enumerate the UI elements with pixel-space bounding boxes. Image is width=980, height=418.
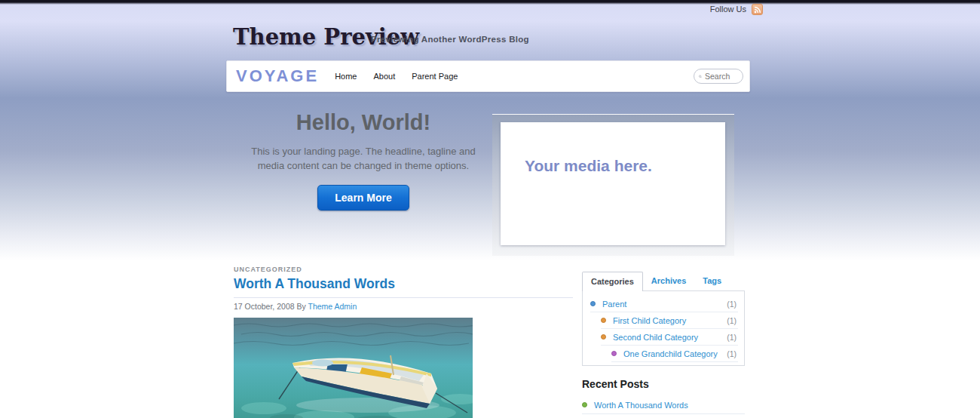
post-article: UNCATEGORIZED Worth A Thousand Words 17 … bbox=[234, 266, 573, 418]
search-box[interactable] bbox=[694, 69, 743, 84]
nav-links: Home About Parent Page bbox=[326, 67, 466, 85]
category-bullet-icon bbox=[601, 334, 606, 340]
category-bullet-icon bbox=[611, 351, 617, 356]
media-frame: Your media here. bbox=[492, 114, 734, 256]
nav-item-home[interactable]: Home bbox=[326, 67, 365, 85]
category-row: One Grandchild Category (1) bbox=[611, 346, 738, 362]
category-row: Parent (1) bbox=[590, 296, 738, 312]
list-item: Worth A Thousand Words bbox=[582, 396, 745, 414]
rss-icon[interactable] bbox=[752, 4, 763, 15]
category-row: First Child Category (1) bbox=[601, 312, 738, 329]
tab-archives[interactable]: Archives bbox=[643, 272, 694, 290]
recent-post-link[interactable]: Worth A Thousand Words bbox=[594, 401, 688, 410]
post-category-label[interactable]: UNCATEGORIZED bbox=[234, 266, 573, 273]
media-placeholder-box: Your media here. bbox=[501, 122, 725, 245]
category-link[interactable]: Parent bbox=[602, 300, 626, 309]
tab-tags[interactable]: Tags bbox=[694, 272, 730, 290]
post-image-boat[interactable] bbox=[234, 318, 473, 418]
category-count: (1) bbox=[727, 349, 738, 358]
learn-more-button[interactable]: Learn More bbox=[317, 185, 409, 211]
search-input[interactable] bbox=[705, 72, 738, 81]
category-link[interactable]: One Grandchild Category bbox=[623, 349, 718, 358]
search-icon bbox=[699, 72, 702, 81]
category-row: Second Child Category (1) bbox=[601, 329, 738, 346]
nav-item-parent-page[interactable]: Parent Page bbox=[403, 67, 466, 85]
category-bullet-icon bbox=[601, 318, 606, 323]
nav-item-about[interactable]: About bbox=[365, 67, 403, 85]
post-date: 17 October, 2008 By bbox=[234, 302, 308, 311]
recent-posts-widget: Recent Posts Worth A Thousand Words bbox=[582, 378, 745, 414]
sidebar-widget-tabs: Categories Archives Tags Parent (1) Firs… bbox=[582, 272, 745, 366]
category-bullet-icon bbox=[590, 301, 596, 306]
category-count: (1) bbox=[727, 333, 738, 342]
hero-section: Hello, World! This is your landing page.… bbox=[250, 110, 476, 211]
category-link[interactable]: First Child Category bbox=[613, 316, 686, 325]
rss-icon-glyph bbox=[754, 6, 761, 14]
post-author-link[interactable]: Theme Admin bbox=[308, 302, 357, 311]
top-bar: Follow Us bbox=[0, 0, 980, 18]
post-meta: 17 October, 2008 By Theme Admin bbox=[234, 302, 573, 311]
site-tagline: Previewing Another WordPress Blog bbox=[371, 35, 529, 44]
categories-panel: Parent (1) First Child Category (1) Seco… bbox=[582, 290, 745, 366]
voyage-logo[interactable]: VOYAGE bbox=[236, 66, 319, 86]
category-count: (1) bbox=[727, 316, 738, 325]
post-bullet-icon bbox=[582, 402, 587, 407]
follow-us-label: Follow Us bbox=[710, 5, 746, 14]
tab-categories[interactable]: Categories bbox=[582, 272, 643, 291]
post-title[interactable]: Worth A Thousand Words bbox=[234, 276, 573, 298]
category-link[interactable]: Second Child Category bbox=[613, 333, 698, 342]
recent-posts-heading: Recent Posts bbox=[582, 378, 745, 390]
hero-headline: Hello, World! bbox=[250, 110, 476, 135]
hero-description: This is your landing page. The headline,… bbox=[250, 144, 476, 173]
category-count: (1) bbox=[727, 300, 738, 309]
sidebar-tabs: Categories Archives Tags bbox=[582, 272, 745, 290]
main-navbar: VOYAGE Home About Parent Page bbox=[226, 60, 750, 92]
media-placeholder-text: Your media here. bbox=[501, 122, 725, 175]
